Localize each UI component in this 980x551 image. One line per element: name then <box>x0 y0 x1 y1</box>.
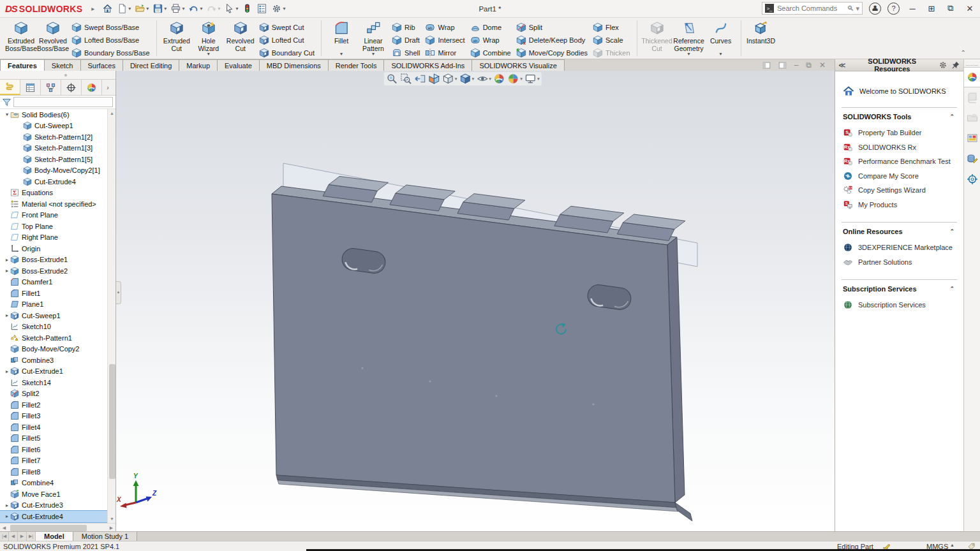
tree-item-fillet3[interactable]: Fillet3 <box>0 411 115 422</box>
tree-item-fillet8[interactable]: Fillet8 <box>0 466 115 478</box>
split-button[interactable]: Split <box>516 21 588 34</box>
revolved-boss-base-button[interactable]: Revolved Boss/Base <box>37 19 69 52</box>
split-pane-left-button[interactable] <box>762 61 771 70</box>
mirror-button[interactable]: Mirror <box>425 47 464 59</box>
shell-button[interactable]: Shell <box>392 47 420 59</box>
panel-collapse-handle[interactable] <box>116 281 121 304</box>
lofted-boss-base-button[interactable]: Lofted Boss/Base <box>71 34 150 47</box>
resource-link-performance-benchmark-test[interactable]: RxPerformance Benchmark Test <box>842 154 957 169</box>
tree-item-sketch-pattern1-3[interactable]: Sketch-Pattern1[3] <box>0 143 115 154</box>
select-dropdown-icon[interactable]: ▾ <box>235 6 238 11</box>
dropdown-arrow-icon[interactable]: ▾ <box>372 51 375 57</box>
resource-link-partner-solutions[interactable]: Partner Solutions <box>842 255 957 270</box>
hole-wizard-button[interactable]: Hole Wizard <box>193 19 225 52</box>
boundary-boss-base-button[interactable]: Boundary Boss/Base <box>71 47 150 59</box>
task-pane-options-gear-icon[interactable] <box>939 61 947 70</box>
tree-item-split2[interactable]: Split2 <box>0 388 115 400</box>
close-document-button[interactable]: ✕ <box>819 61 826 70</box>
tree-item-combine4[interactable]: Combine4 <box>0 478 115 489</box>
reference-geometry-button[interactable]: Reference Geometry <box>673 19 705 52</box>
resource-link-property-tab-builder[interactable]: SProperty Tab Builder <box>842 126 957 140</box>
search-icon[interactable]: 🔍︎ ▾ <box>847 4 859 13</box>
close-window-button[interactable]: ✕ <box>963 4 976 13</box>
tree-item-origin[interactable]: Origin <box>0 243 115 254</box>
dropdown-arrow-icon[interactable]: ▾ <box>340 51 343 57</box>
file-properties-button[interactable] <box>255 2 269 16</box>
panel-tab-property-manager[interactable] <box>20 80 41 95</box>
dropdown-arrow-icon[interactable]: ▾ <box>688 51 690 57</box>
resource-link-my-products[interactable]: SMy Products <box>842 198 957 212</box>
tree-item-fillet7[interactable]: Fillet7 <box>0 455 115 467</box>
open-dropdown-icon[interactable]: ▾ <box>146 6 149 11</box>
task-tab-view-palette[interactable] <box>964 128 980 149</box>
tree-item-chamfer1[interactable]: Chamfer1 <box>0 277 115 288</box>
wrap-button[interactable]: abWrap <box>425 21 464 34</box>
task-tab-custom-properties[interactable] <box>964 169 980 189</box>
redo-dropdown-icon[interactable]: ▾ <box>218 6 220 11</box>
options-button[interactable]: ▾ <box>270 2 286 16</box>
tab-solidworks-visualize[interactable]: SOLIDWORKS Visualize <box>471 59 564 71</box>
expand-caret-icon[interactable]: ▸ <box>4 503 10 508</box>
tab-render-tools[interactable]: Render Tools <box>328 59 385 71</box>
view-settings-dropdown-icon[interactable]: ▾ <box>537 76 540 82</box>
tree-item-cut-extrude4[interactable]: ▸Cut-Extrude4 <box>0 511 115 522</box>
rebuild-button[interactable] <box>241 2 254 16</box>
tree-item-solid-bodies-6[interactable]: ▾Solid Bodies(6) <box>0 109 115 121</box>
display-style-button[interactable]: ▾ <box>459 73 475 85</box>
collapse-section-icon[interactable]: ⌃ <box>949 114 954 120</box>
toolbar-expand-icon[interactable]: ▸ <box>91 5 94 12</box>
tree-item-cut-extrude3[interactable]: ▸Cut-Extrude3 <box>0 500 115 511</box>
task-tab-design-library[interactable] <box>964 87 980 108</box>
restore-window-button[interactable]: ⧉ <box>944 3 957 13</box>
units-dropdown-icon[interactable]: ▲ <box>950 543 954 547</box>
tab-solidworks-add-ins[interactable]: SOLIDWORKS Add-Ins <box>383 59 472 71</box>
prev-tab-button[interactable]: ◀ <box>9 532 18 541</box>
collapse-caret-icon[interactable]: ▾ <box>4 112 10 117</box>
swept-cut-button[interactable]: Swept Cut <box>259 21 315 34</box>
panel-splitter[interactable] <box>0 71 115 79</box>
tree-item-cut-sweep1[interactable]: ▸Cut-Sweep1 <box>0 310 115 321</box>
view-orientation-button[interactable]: ▾ <box>442 73 457 85</box>
print-button[interactable]: ▾ <box>169 2 186 16</box>
task-strip-grip[interactable] <box>966 61 978 66</box>
flex-button[interactable]: Flex <box>593 21 630 34</box>
split-pane-right-button[interactable] <box>778 61 787 70</box>
linear-pattern-button[interactable]: Linear Pattern <box>357 19 389 52</box>
collapse-section-icon[interactable]: ⌃ <box>949 286 954 292</box>
move-copy-bodies-button[interactable]: Move/Copy Bodies <box>516 47 588 59</box>
fillet-button[interactable]: Fillet <box>325 19 357 45</box>
tree-item-cut-extrude1[interactable]: ▸Cut-Extrude1 <box>0 366 115 378</box>
resource-link-subscription-services[interactable]: Subscription Services <box>842 298 957 312</box>
graphics-viewport[interactable]: Y X Z ▾▾▾▾▾ <box>116 71 835 531</box>
swept-boss-base-button[interactable]: Swept Boss/Base <box>71 21 150 34</box>
open-button[interactable]: ▾ <box>133 2 150 16</box>
last-tab-button[interactable]: ▶| <box>27 532 36 541</box>
wrap-button[interactable]: abWrap <box>470 34 511 47</box>
instant3d-button[interactable]: Instant3D <box>745 19 777 45</box>
tree-item-fillet5[interactable]: Fillet5 <box>0 433 115 444</box>
tree-item-boss-extrude1[interactable]: ▸Boss-Extrude1 <box>0 254 115 266</box>
tree-item-fillet2[interactable]: Fillet2 <box>0 399 115 411</box>
resource-link-3dexperience-marketplace[interactable]: 3DEXPERIENCE Marketplace <box>842 240 957 255</box>
tree-item-fillet4[interactable]: Fillet4 <box>0 422 115 433</box>
expand-caret-icon[interactable]: ▸ <box>4 312 10 318</box>
expand-task-pane-icon[interactable]: ≪ <box>838 61 845 70</box>
hide-show-items-dropdown-icon[interactable]: ▾ <box>489 76 491 82</box>
minimize-window-button[interactable]: ─ <box>906 4 919 13</box>
tree-item-move-face1[interactable]: Move Face1 <box>0 489 115 500</box>
tree-item-sketch14[interactable]: Sketch14 <box>0 377 115 388</box>
welcome-link[interactable]: Welcome to SOLIDWORKS <box>843 85 957 97</box>
redo-button[interactable]: ▾ <box>205 2 221 16</box>
tree-item-right-plane[interactable]: Right Plane <box>0 232 115 244</box>
login-button[interactable]: 👤︎ <box>869 3 881 15</box>
boundary-cut-button[interactable]: Boundary Cut <box>259 47 315 59</box>
expand-caret-icon[interactable]: ▸ <box>4 369 10 374</box>
collapse-ribbon-button[interactable]: ⌃ <box>961 49 966 56</box>
edit-appearance-button[interactable] <box>493 73 505 85</box>
delete-keep-body-button[interactable]: xDelete/Keep Body <box>516 34 588 47</box>
extruded-boss-base-button[interactable]: Extruded Boss/Base <box>5 19 37 52</box>
tree-vertical-scrollbar[interactable]: ▲ ▼ <box>107 109 115 523</box>
save-dropdown-icon[interactable]: ▾ <box>164 6 167 11</box>
zoom-to-area-button[interactable] <box>400 73 412 85</box>
tree-item-combine3[interactable]: Combine3 <box>0 355 115 366</box>
